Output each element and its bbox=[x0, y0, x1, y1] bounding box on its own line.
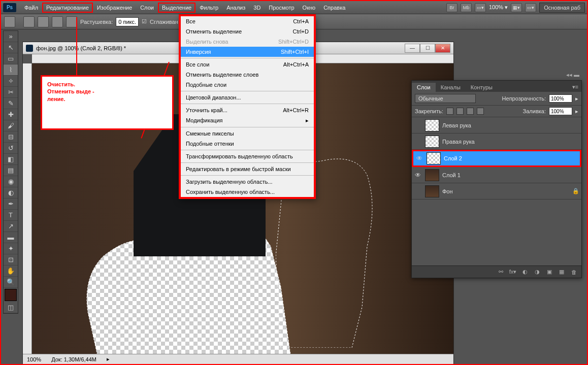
lock-position-icon[interactable] bbox=[467, 108, 474, 115]
screen-mode-icon[interactable]: ▭▾ bbox=[475, 3, 486, 12]
menu-item[interactable]: Все слоиAlt+Ctrl+A bbox=[181, 59, 314, 70]
layer-thumbnail[interactable] bbox=[425, 136, 439, 148]
quickmask-icon[interactable]: ◫ bbox=[4, 302, 18, 313]
layer-name[interactable]: Левая рука bbox=[442, 122, 471, 128]
zoom-tool[interactable]: 🔍 bbox=[4, 277, 18, 288]
layer-row[interactable]: Правая рука bbox=[412, 134, 581, 150]
layer-name[interactable]: Слой 1 bbox=[442, 172, 461, 178]
layer-thumbnail[interactable] bbox=[425, 169, 439, 181]
visibility-icon[interactable]: 👁 bbox=[415, 154, 423, 162]
minimize-button[interactable]: — bbox=[405, 44, 420, 53]
menu-item[interactable]: Загрузить выделенную область... bbox=[181, 177, 314, 187]
visibility-icon[interactable]: 👁 bbox=[414, 171, 422, 179]
trash-icon[interactable]: 🗑 bbox=[569, 268, 578, 276]
menu-item[interactable]: Подобные оттенки bbox=[181, 139, 314, 149]
lasso-tool[interactable]: ⌇ bbox=[4, 64, 18, 76]
menu-item[interactable]: ИнверсияShift+Ctrl+I bbox=[181, 47, 314, 57]
layer-thumbnail[interactable] bbox=[427, 152, 441, 164]
menu-item[interactable]: Редактировать в режиме быстрой маски bbox=[181, 164, 314, 174]
gradient-tool[interactable]: ▤ bbox=[4, 165, 18, 176]
menu-item[interactable]: Выделить сноваShift+Ctrl+D bbox=[181, 37, 314, 47]
opacity-input[interactable]: 100% bbox=[549, 94, 572, 103]
sel-add-icon[interactable] bbox=[38, 16, 49, 27]
hand-tool[interactable]: ✋ bbox=[4, 266, 18, 277]
eraser-tool[interactable]: ◧ bbox=[4, 154, 18, 165]
layer-name[interactable]: Слой 2 bbox=[444, 155, 462, 161]
type-tool[interactable]: T bbox=[4, 210, 18, 221]
menu-item[interactable]: Сохранить выделенную область... bbox=[181, 187, 314, 197]
path-tool[interactable]: ↗ bbox=[4, 221, 18, 232]
menu-item[interactable]: Подобные слои bbox=[181, 80, 314, 90]
sel-new-icon[interactable] bbox=[23, 16, 35, 27]
menu-файл[interactable]: Файл bbox=[20, 3, 42, 13]
blend-mode-select[interactable]: Обычные bbox=[415, 94, 476, 103]
zoom-level[interactable]: 100% ▾ bbox=[489, 4, 508, 11]
menu-item[interactable]: Отменить выделениеCtrl+D bbox=[181, 26, 314, 37]
layer-row[interactable]: Левая рука bbox=[412, 117, 581, 134]
dodge-tool[interactable]: ◐ bbox=[4, 187, 18, 198]
color-swatch[interactable] bbox=[5, 289, 17, 301]
layer-row[interactable]: Фон🔒 bbox=[412, 183, 581, 200]
marquee-tool[interactable]: ▭ bbox=[4, 53, 18, 64]
workspace-switcher[interactable]: Основная раб bbox=[539, 3, 585, 13]
panel-menu-icon[interactable]: ▾≡ bbox=[569, 82, 581, 92]
menu-справка[interactable]: Справка bbox=[319, 3, 349, 13]
sel-int-icon[interactable] bbox=[66, 16, 77, 27]
minibridge-icon[interactable]: Mb bbox=[461, 3, 472, 12]
move-tool[interactable]: ↖ bbox=[4, 42, 18, 53]
pen-tool[interactable]: ✒ bbox=[4, 198, 18, 210]
maximize-button[interactable]: ☐ bbox=[420, 44, 435, 53]
ruler-vertical[interactable] bbox=[23, 63, 32, 354]
fill-input[interactable]: 100% bbox=[549, 107, 572, 115]
crop-tool[interactable]: ✂ bbox=[4, 87, 18, 98]
lock-all-icon[interactable] bbox=[477, 108, 484, 115]
sel-sub-icon[interactable] bbox=[52, 16, 63, 27]
bridge-icon[interactable]: Br bbox=[446, 3, 458, 12]
stamp-tool[interactable]: ⊟ bbox=[4, 131, 18, 143]
panel-tab[interactable]: Слои bbox=[412, 83, 436, 92]
lock-transparency-icon[interactable] bbox=[446, 108, 453, 115]
menu-item[interactable]: Смежные пикселы bbox=[181, 128, 314, 139]
3d-tool[interactable]: ✦ bbox=[4, 243, 18, 254]
menu-фильтр[interactable]: Фильтр bbox=[195, 3, 222, 13]
brush-tool[interactable]: 🖌 bbox=[4, 120, 18, 131]
adjustment-icon[interactable]: ◑ bbox=[533, 268, 542, 276]
mask-icon[interactable]: ◐ bbox=[520, 268, 530, 276]
visibility-icon[interactable] bbox=[414, 187, 422, 195]
arrange-icon[interactable]: ▦▾ bbox=[511, 3, 522, 12]
menu-анализ[interactable]: Анализ bbox=[222, 3, 249, 13]
layer-row[interactable]: 👁Слой 2 bbox=[412, 150, 581, 167]
menu-item[interactable]: Отменить выделение слоев bbox=[181, 70, 314, 80]
tool-preset-icon[interactable] bbox=[4, 16, 15, 27]
heal-tool[interactable]: ✚ bbox=[4, 109, 18, 120]
menu-3d[interactable]: 3D bbox=[249, 3, 265, 13]
shape-tool[interactable]: ▬ bbox=[4, 232, 18, 243]
menu-окно[interactable]: Окно bbox=[299, 3, 320, 13]
layer-row[interactable]: 👁Слой 1 bbox=[412, 167, 581, 183]
antialias-checkbox[interactable]: Сглаживан bbox=[150, 19, 178, 25]
menu-item[interactable]: Модификация▸ bbox=[181, 115, 314, 126]
close-button[interactable]: ✕ bbox=[435, 44, 450, 53]
status-zoom[interactable]: 100% bbox=[27, 356, 41, 362]
menu-item[interactable]: Трансформировать выделенную область bbox=[181, 151, 314, 161]
layer-thumbnail[interactable] bbox=[425, 119, 439, 131]
menu-item[interactable]: Уточнить край...Alt+Ctrl+R bbox=[181, 105, 314, 115]
visibility-icon[interactable] bbox=[414, 121, 422, 129]
history-brush-tool[interactable]: ↺ bbox=[4, 143, 18, 154]
menu-редактирование[interactable]: Редактирование bbox=[42, 3, 93, 13]
layer-thumbnail[interactable] bbox=[425, 185, 439, 197]
fx-icon[interactable]: fx▾ bbox=[508, 268, 517, 276]
menu-просмотр[interactable]: Просмотр bbox=[265, 3, 298, 13]
blur-tool[interactable]: ◉ bbox=[4, 176, 18, 187]
menu-item[interactable]: Цветовой диапазон... bbox=[181, 92, 314, 103]
menu-изображение[interactable]: Изображение bbox=[93, 3, 136, 13]
view-extras-icon[interactable]: ▭▾ bbox=[525, 3, 536, 12]
group-icon[interactable]: ▣ bbox=[545, 268, 554, 276]
eyedropper-tool[interactable]: ✎ bbox=[4, 98, 18, 109]
wand-tool[interactable]: ✧ bbox=[4, 76, 18, 87]
lock-pixels-icon[interactable] bbox=[456, 108, 464, 115]
panel-collapse-icon[interactable]: ◂◂ ▬ bbox=[566, 72, 579, 78]
panel-tab[interactable]: Каналы bbox=[436, 83, 466, 92]
link-icon[interactable]: ⚯ bbox=[496, 268, 505, 276]
panel-tab[interactable]: Контуры bbox=[466, 83, 498, 92]
